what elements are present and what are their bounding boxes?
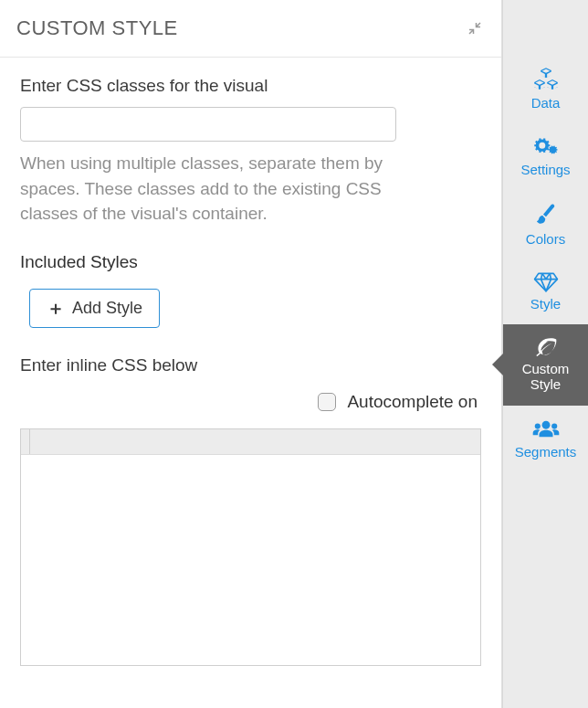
code-gutter [21, 429, 30, 454]
sidebar-item-label: Data [531, 95, 561, 111]
sidebar-item-style[interactable]: Style [503, 259, 588, 324]
autocomplete-label: Autocomplete on [347, 392, 478, 412]
sidebar-item-label: Custom Style [522, 361, 570, 393]
code-editor-body[interactable] [21, 455, 480, 665]
sidebar-item-custom-style[interactable]: Custom Style [503, 324, 588, 406]
right-sidebar: Data Settings Colors Style [502, 0, 588, 708]
sidebar-item-data[interactable]: Data [503, 55, 588, 123]
diamond-icon [533, 272, 559, 292]
css-classes-input[interactable] [20, 107, 396, 142]
inline-css-label: Enter inline CSS below [20, 355, 481, 375]
add-style-label: Add Style [72, 299, 142, 318]
sidebar-item-colors[interactable]: Colors [503, 191, 588, 259]
code-editor-header [21, 429, 480, 455]
cubes-icon [533, 68, 559, 91]
add-style-button[interactable]: ＋ Add Style [29, 289, 160, 328]
sidebar-item-label: Segments [515, 444, 577, 460]
brush-icon [535, 204, 557, 227]
gears-icon [533, 136, 559, 158]
plus-icon: ＋ [47, 299, 65, 317]
sidebar-item-label: Colors [526, 231, 565, 247]
custom-style-panel: CUSTOM STYLE Enter CSS classes for the v… [0, 0, 502, 708]
autocomplete-checkbox[interactable] [318, 393, 336, 411]
panel-header: CUSTOM STYLE [0, 0, 501, 58]
inline-css-editor[interactable] [20, 428, 481, 666]
leaf-icon [534, 337, 558, 357]
users-icon [532, 418, 560, 440]
collapse-icon[interactable] [467, 20, 483, 37]
panel-title: CUSTOM STYLE [16, 16, 178, 40]
css-classes-help: When using multiple classes, separate th… [20, 151, 431, 227]
included-styles-label: Included Styles [20, 252, 481, 272]
svg-point-2 [534, 423, 540, 428]
sidebar-item-label: Settings [520, 162, 570, 177]
panel-body: Enter CSS classes for the visual When us… [0, 58, 501, 684]
svg-point-3 [551, 423, 557, 428]
sidebar-item-settings[interactable]: Settings [503, 123, 588, 190]
svg-point-1 [541, 420, 550, 428]
sidebar-item-label: Style [530, 296, 561, 312]
css-classes-label: Enter CSS classes for the visual [20, 76, 481, 96]
sidebar-item-segments[interactable]: Segments [503, 406, 588, 472]
autocomplete-row: Autocomplete on [20, 392, 481, 412]
